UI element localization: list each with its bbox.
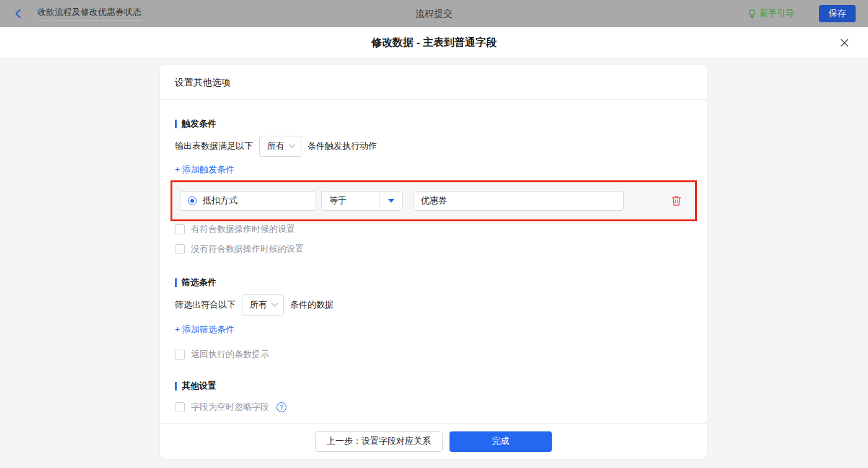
section-title-trigger-text: 触发条件 [182,118,216,130]
save-button[interactable]: 保存 [819,5,856,22]
section-title-other-text: 其他设置 [182,381,216,392]
operator-divider [379,192,380,210]
section-title-filter-text: 筛选条件 [182,277,216,288]
condition-operator-value: 等于 [322,195,379,206]
filter-match-select[interactable]: 所有 [242,294,284,316]
trigger-suffix-text: 条件触发执行动作 [308,141,377,152]
app-window: 收款流程及修改优惠券状态 流程提交 新手引导 保存 修改数据 - 主表到普通字段 [0,0,868,468]
condition-operator-select[interactable]: 等于 [321,191,403,211]
card-footer: 上一步：设置字段对应关系 完成 [160,423,707,459]
radio-selected-icon [188,196,197,205]
condition-value-input[interactable]: 优惠券 [413,191,624,211]
modal-title: 修改数据 - 主表到普通字段 [371,35,497,50]
trigger-match-select[interactable]: 所有 [259,136,301,157]
checkbox-count-tip-label: 返回执行的条数提示 [191,349,269,360]
count-tip-row: 返回执行的条数提示 [175,349,692,360]
caret-down-icon [388,199,394,203]
condition-row-highlight-box: 抵扣方式 等于 优惠券 [170,180,697,221]
section-accent-bar [175,382,177,391]
add-filter-condition-link[interactable]: + 添加筛选条件 [175,324,234,335]
card-header-title: 设置其他选项 [160,65,707,100]
trigger-prefix-text: 输出表数据满足以下 [175,141,253,152]
section-accent-bar [175,120,177,128]
checkbox-ignore-empty[interactable] [175,402,185,412]
condition-value-text: 优惠券 [421,195,447,206]
section-title-other: 其他设置 [175,381,692,392]
close-icon[interactable] [838,37,851,49]
modal-body: 设置其他选项 触发条件 输出表数据满足以下 所有 条件触发执行动作 [0,58,868,468]
help-icon[interactable]: ? [277,402,286,412]
filter-suffix-text: 条件的数据 [290,299,334,311]
filter-prefix-text: 筛选出符合以下 [175,299,236,311]
trigger-match-row: 输出表数据满足以下 所有 条件触发执行动作 [175,136,692,157]
chevron-down-icon [288,144,296,149]
topbar-right: 新手引导 保存 [748,5,856,22]
condition-field-input[interactable]: 抵扣方式 [180,191,316,211]
trigger-match-select-value: 所有 [267,141,285,152]
filter-match-select-value: 所有 [250,299,267,311]
options-card: 设置其他选项 触发条件 输出表数据满足以下 所有 条件触发执行动作 [160,65,707,459]
has-match-row: 有符合数据操作时候的设置 [175,224,692,235]
flow-name-title[interactable]: 收款流程及修改优惠券状态 [37,7,141,20]
trash-icon[interactable] [671,195,681,206]
filter-match-row: 筛选出符合以下 所有 条件的数据 [175,294,692,316]
add-trigger-condition-link[interactable]: + 添加触发条件 [175,164,234,175]
card-body: 触发条件 输出表数据满足以下 所有 条件触发执行动作 + 添加触发条件 [160,100,707,423]
checkbox-no-match-label: 没有符合数据操作时候的设置 [191,244,304,255]
topbar-left: 收款流程及修改优惠券状态 [12,7,141,20]
back-icon[interactable] [12,8,24,19]
section-accent-bar [175,278,177,287]
done-button[interactable]: 完成 [450,431,552,452]
topbar: 收款流程及修改优惠券状态 流程提交 新手引导 保存 [0,0,868,27]
prev-step-button[interactable]: 上一步：设置字段对应关系 [315,431,443,452]
guide-link[interactable]: 新手引导 [748,8,794,19]
checkbox-no-match[interactable] [175,244,185,254]
topbar-center-title: 流程提交 [415,8,453,20]
checkbox-has-match[interactable] [175,224,185,234]
condition-field-value: 抵扣方式 [203,195,237,206]
no-match-row: 没有符合数据操作时候的设置 [175,244,692,255]
section-title-trigger: 触发条件 [175,118,692,130]
lightbulb-icon [748,9,756,19]
ignore-empty-row: 字段为空时忽略字段 ? [175,402,692,413]
checkbox-count-tip[interactable] [175,350,185,360]
modal-header: 修改数据 - 主表到普通字段 [0,27,868,58]
checkbox-ignore-empty-label: 字段为空时忽略字段 [191,402,269,413]
section-title-filter: 筛选条件 [175,277,692,288]
condition-row: 抵扣方式 等于 优惠券 [172,182,695,219]
guide-label: 新手引导 [760,8,794,19]
checkbox-has-match-label: 有符合数据操作时候的设置 [191,224,295,235]
chevron-down-icon [271,302,278,307]
